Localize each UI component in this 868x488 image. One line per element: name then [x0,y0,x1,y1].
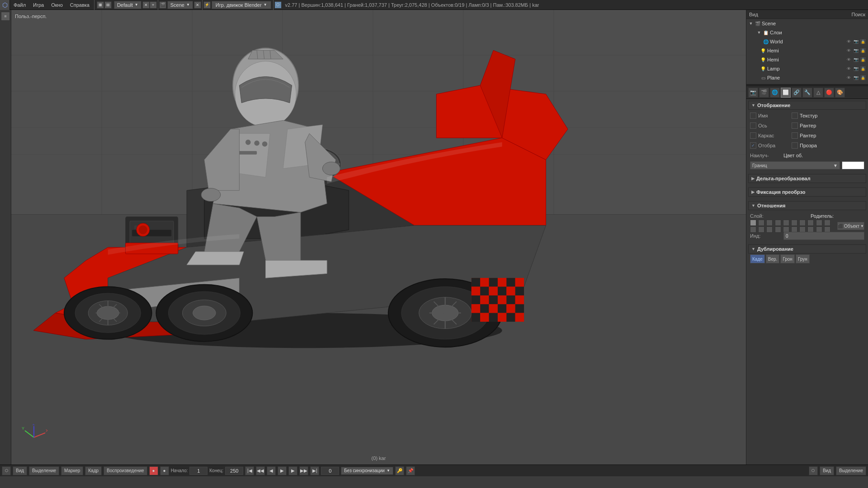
bottom-kdr-btn[interactable]: Кадр [85,466,102,475]
layer-cell-2[interactable] [758,220,764,226]
render-icon-hemi1[interactable]: 📷 [853,47,859,54]
keying-btn2[interactable]: 📌 [406,466,415,475]
checkbox-proera[interactable] [792,142,798,149]
render-icon-plane[interactable]: 📷 [853,75,859,81]
checkbox-wireframe[interactable] [750,132,756,139]
layer-cell-10[interactable] [824,220,830,226]
end-frame-input[interactable] [225,467,243,475]
render-icon-lamp[interactable]: 📷 [853,66,859,72]
outliner-lamp[interactable]: 💡 Lamp 👁 📷 🔒 [746,64,868,73]
lock-icon-hemi1[interactable]: 🔒 [860,47,866,54]
sync-selector[interactable]: Без синхронизации ▼ [341,467,393,475]
play-btn[interactable]: ▶ [278,466,287,475]
render-icon-hemi2[interactable]: 📷 [853,56,859,63]
layer-cell-12[interactable] [758,226,764,233]
menu-game[interactable]: Игра [29,0,47,10]
prev-keyframe-btn[interactable]: ◀◀ [256,466,265,475]
next-keyframe-btn[interactable]: ▶▶ [299,466,308,475]
lock-icon-hemi2[interactable]: 🔒 [860,56,866,63]
outliner-plane[interactable]: ▭ Plane 👁 📷 🔒 [746,73,868,82]
menu-window[interactable]: Окно [47,0,66,10]
eye-icon-hemi1[interactable]: 👁 [845,47,852,54]
checkbox-name[interactable] [750,113,756,119]
bottom-icon-1[interactable]: ⬡ [2,466,11,475]
layer-cell-4[interactable] [775,220,781,226]
workspace-selector[interactable]: Default ▼ [114,1,142,9]
layer-cell-9[interactable] [816,220,822,226]
render-icon-world[interactable]: 📷 [853,38,859,45]
props-icon-object[interactable]: ⬜ [781,88,791,98]
color-swatch[interactable] [842,161,864,169]
dup-btn-gron[interactable]: Грон [780,254,795,263]
workspace-close[interactable]: ✕ [142,1,150,9]
checkbox-axis[interactable] [750,122,756,129]
keying-btn[interactable]: 🔑 [395,466,404,475]
sidebar-btn-1[interactable]: ≡ [1,12,10,21]
props-icon-modifiers[interactable]: 🔧 [802,88,812,98]
duplication-section-header[interactable]: ▼ Дублирование [748,244,866,253]
delta-section-header[interactable]: ▶ Дельта-преобразовал [748,174,866,183]
outliner-layers[interactable]: ▼ 📋 Слои [746,28,868,37]
bottom-select-btn[interactable]: Выделение [29,466,59,475]
relations-section-header[interactable]: ▼ Отношения [748,201,866,210]
layer-cell-14[interactable] [775,226,781,233]
layer-cell-8[interactable] [807,220,814,226]
engine-selector[interactable]: Игр. движок Blender ▼ [212,1,271,9]
eye-icon-world[interactable]: 👁 [845,38,852,45]
outliner-hemi1[interactable]: 💡 Hemi 👁 📷 🔒 [746,46,868,55]
props-icon-render[interactable]: 📷 [748,88,758,98]
layer-cell-7[interactable] [799,220,806,226]
checkbox-texture[interactable] [792,113,798,119]
layer-cell-3[interactable] [766,220,773,226]
eye-icon-hemi2[interactable]: 👁 [845,56,852,63]
record-icon[interactable]: ● [149,466,158,475]
play-start-btn[interactable]: |◀ [245,466,254,475]
props-icon-constraints[interactable]: 🔗 [792,88,802,98]
parent-object-btn[interactable]: ⬛ Объект ▼ [837,222,864,230]
lock-icon-plane[interactable]: 🔒 [860,75,866,81]
layer-cell-5[interactable] [783,220,789,226]
bottom-marker-btn[interactable]: Маркер [61,466,83,475]
start-frame-input[interactable] [189,467,208,475]
current-frame-input[interactable] [321,467,339,475]
lock-icon-lamp[interactable]: 🔒 [860,66,866,72]
scene-close[interactable]: ✕ [194,1,201,9]
outliner-scene[interactable]: ▼ 🎬 Scene [746,19,868,28]
bottom-view-btn[interactable]: Вид [13,466,27,475]
props-icon-world[interactable]: 🌐 [770,88,780,98]
checkbox-ranter2[interactable] [792,132,798,139]
menu-help[interactable]: Справка [66,0,93,10]
dup-btn-ver[interactable]: Вер. [766,254,780,263]
workspace-add[interactable]: + [150,1,157,9]
menu-file[interactable]: Файл [10,0,29,10]
lock-icon-world[interactable]: 🔒 [860,38,866,45]
layer-cell-6[interactable] [791,220,797,226]
eye-icon-plane[interactable]: 👁 [845,75,852,81]
display-section-header[interactable]: ▼ Отображение [748,101,866,110]
fixation-section-header[interactable]: ▶ Фиксация преобрзо [748,188,866,197]
bottom-right-select[interactable]: Выделение [836,466,866,475]
viewport-3d[interactable]: Польз.-персп. X Y Z (0) kar [11,10,746,465]
bottom-play-btn[interactable]: Воспроизведение [104,466,147,475]
bottom-right-icon[interactable]: ⬡ [809,466,818,475]
outliner-world[interactable]: 🌐 World 👁 📷 🔒 [746,37,868,46]
checkbox-display[interactable] [750,142,756,149]
props-icon-data[interactable]: △ [813,88,823,98]
dup-btn-grun[interactable]: Грун [796,254,810,263]
layout-icon-1[interactable]: ▦ [97,1,104,9]
outliner-hemi2[interactable]: 💡 Hemi 👁 📷 🔒 [746,55,868,64]
layer-cell-1[interactable] [750,220,756,226]
play-end-btn[interactable]: ▶| [310,466,319,475]
bottom-right-view[interactable]: Вид [820,466,834,475]
dup-btn-kade[interactable]: Каде [750,254,765,263]
props-icon-texture[interactable]: 🎨 [835,88,845,98]
layer-cell-11[interactable] [750,226,756,233]
scene-selector[interactable]: Scene ▼ [167,1,193,9]
index-input[interactable]: 0 [783,232,864,240]
props-icon-material[interactable]: 🔴 [824,88,834,98]
record-icon-2[interactable]: ● [160,466,169,475]
layout-icon-2[interactable]: ▤ [104,1,112,9]
layer-cell-13[interactable] [766,226,773,233]
border-dropdown[interactable]: Границ ▼ [750,161,840,169]
props-icon-scene[interactable]: 🎬 [759,88,769,98]
